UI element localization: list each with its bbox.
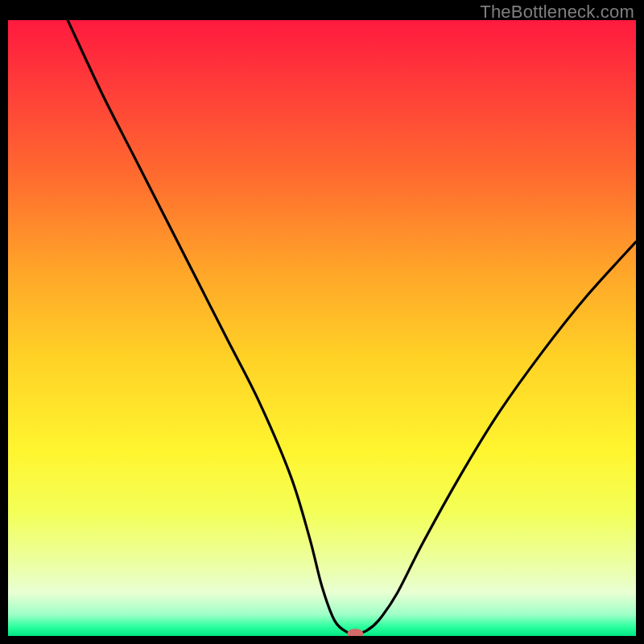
bottleneck-chart bbox=[8, 20, 636, 636]
chart-frame bbox=[8, 20, 636, 636]
chart-gradient-bg bbox=[8, 20, 636, 636]
